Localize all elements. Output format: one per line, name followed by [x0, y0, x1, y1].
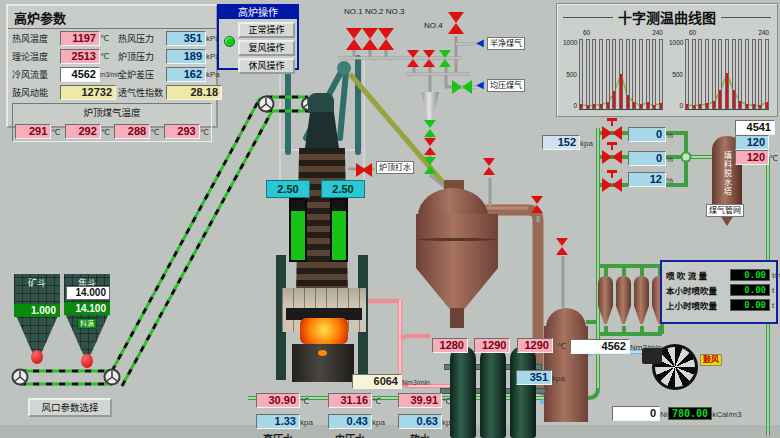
blower-fan [652, 344, 698, 388]
gas-network-label: 煤气管网 [706, 204, 744, 217]
valve-opening-1: 0% [628, 124, 673, 142]
thermo-track [685, 39, 689, 109]
injection-label: 本小时喷吹量 [666, 284, 730, 296]
thermo-track [705, 39, 709, 109]
injection-row: 本小时喷吹量 0.00 t [666, 284, 772, 296]
stop-blast-button[interactable]: 休风操作 [238, 58, 295, 74]
injection-unit: t/h [770, 271, 780, 280]
furnace-top-cone [308, 93, 334, 113]
top-chain-valve-1[interactable] [424, 120, 437, 137]
venturi-top-valve[interactable] [531, 196, 544, 213]
injection-unit: t [770, 301, 774, 310]
furnace-operation-panel: 高炉操作 正常操作 复风操作 休风操作 [217, 4, 299, 70]
dust-catcher-dome [418, 188, 488, 216]
ore-discharge-valve[interactable] [31, 350, 43, 364]
control-valve-3[interactable] [602, 178, 622, 192]
x-tick: 60 [689, 29, 696, 36]
unit: ℃ [101, 128, 110, 137]
injection-value: 0.00 [730, 284, 770, 296]
title-rule [563, 17, 613, 18]
thermo-track [738, 39, 742, 109]
thermo-track [718, 39, 722, 109]
injection-row: 喷 吹 流 量 0.00 t/h [666, 269, 772, 281]
thermo-track [752, 39, 756, 109]
dust-catcher-stem [450, 308, 464, 328]
thermo-track [612, 39, 616, 109]
ore-hopper-level: 1.000 [14, 304, 60, 317]
injection-value: 0.00 [730, 299, 770, 311]
thermo-track [592, 39, 596, 109]
coke-status-badge: 料满 [77, 318, 97, 329]
y-tick: 500 [669, 71, 683, 78]
operation-panel-title: 高炉操作 [219, 6, 297, 19]
fan-snout [642, 348, 662, 364]
coke-discharge-valve[interactable] [81, 354, 93, 368]
y-tick: 0 [669, 102, 683, 109]
cross-temp-chart-right: 60 240 1000 500 0 [669, 29, 771, 110]
unit: ℃ [200, 128, 209, 137]
water-label: 中压水 [328, 431, 372, 438]
valve-opening-3: 12% [628, 169, 673, 187]
thermo-track [606, 39, 610, 109]
stock-rod-left [289, 198, 307, 262]
equalizing-valve-3[interactable] [439, 50, 452, 67]
resume-blast-button[interactable]: 复风操作 [238, 40, 295, 56]
bleeder-valve-no4[interactable] [448, 12, 464, 34]
param-label: 炉顶压力 [116, 50, 166, 63]
top-gas-temp: 292 [65, 124, 101, 139]
param-unit: ℃ [100, 34, 116, 43]
param-value: 12732 [60, 85, 116, 100]
blast-furnace: 2.50 2.50 [260, 55, 376, 385]
thermo-track [692, 39, 696, 109]
thermo-track [579, 39, 583, 109]
y-tick: 1000 [563, 39, 577, 46]
normal-operation-button[interactable]: 正常操作 [238, 22, 295, 38]
venturi-inlet-valve[interactable] [483, 158, 496, 175]
ore-hopper: 矿斗 1.000 [14, 274, 60, 370]
control-valve-2[interactable] [602, 150, 622, 164]
thermo-track [765, 39, 769, 109]
equalizing-gas-valve[interactable] [452, 80, 472, 94]
top-chain-valve-3[interactable] [424, 157, 437, 174]
stove-temps: 1280 1290 1290 ℃ [432, 335, 566, 353]
thermo-track [758, 39, 762, 109]
stove-pressure: 351kpa [516, 367, 565, 385]
control-valve-1[interactable] [602, 126, 622, 140]
unit: ℃ [150, 128, 159, 137]
hearth-glow [300, 318, 348, 344]
bleeder-valve-no3[interactable] [378, 28, 394, 50]
thermo-track [659, 39, 663, 109]
bleeder-valve-no2[interactable] [362, 28, 378, 50]
bleeder-valve-no1[interactable] [346, 28, 362, 50]
top-water-valve[interactable] [356, 163, 372, 175]
hmi-screen: 高炉参数 热风温度 1197 ℃ 热风压力 351 kPa 理论温度 2513 … [0, 0, 780, 438]
thermo-track [626, 39, 630, 109]
chart-title: 十字测温曲线图 [618, 7, 716, 27]
coke-hopper: 焦斗 14.000 14.100 料满 [64, 274, 110, 374]
y-axis: 1000 500 0 [669, 39, 685, 109]
top-chain-valve-2[interactable] [424, 138, 437, 155]
x-tick: 60 [583, 29, 590, 36]
water-group-hp: 30.90℃ 1.33kpa 高压水 [256, 390, 326, 438]
bleeder-valve-no4-label: NO.4 [424, 21, 443, 30]
thermo-track [652, 39, 656, 109]
coal-injection-panel: 喷 吹 流 量 0.00 t/h 本小时喷吹量 0.00 t 上小时喷吹量 0.… [660, 260, 778, 324]
thermo-track [745, 39, 749, 109]
y-axis: 1000 500 0 [563, 39, 579, 109]
scrubber-inlet-valve[interactable] [556, 238, 569, 255]
stock-rod-right [330, 198, 348, 262]
tuyere-params-button[interactable]: 风口参数选择 [28, 398, 112, 417]
scrubber-dome [546, 308, 586, 328]
thermo-bars [685, 39, 769, 110]
params-grid: 热风温度 1197 ℃ 热风压力 351 kPa 理论温度 2513 ℃ 炉顶压… [8, 29, 216, 100]
oxygen-flow: 6064Nm3/min [352, 371, 430, 389]
thermo-track [712, 39, 716, 109]
param-unit: m3/min [100, 71, 116, 78]
water-label: 软水 [398, 431, 442, 438]
thermo-track [599, 39, 603, 109]
param-label: 全炉差压 [116, 68, 166, 81]
y-tick: 500 [563, 71, 577, 78]
equalizing-valve-2[interactable] [423, 50, 436, 67]
valve-opening-2: 0% [628, 148, 673, 166]
equalizing-valve-1[interactable] [407, 50, 420, 67]
